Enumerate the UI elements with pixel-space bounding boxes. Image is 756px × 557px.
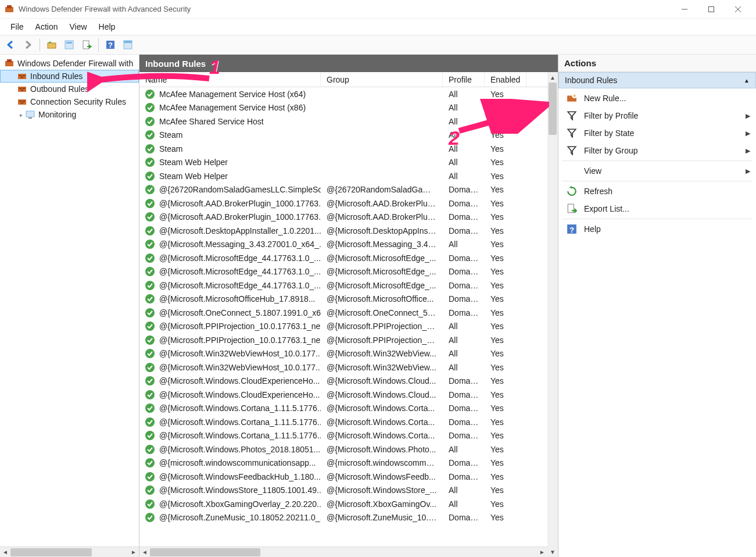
rule-name: @{Microsoft.AAD.BrokerPlugin_1000.17763.…: [159, 212, 321, 222]
close-button[interactable]: [725, 1, 751, 17]
rule-row[interactable]: @{Microsoft.DesktopAppInstaller_1.0.2201…: [139, 224, 547, 238]
rule-row[interactable]: @{Microsoft.Win32WebViewHost_10.0.177...…: [139, 347, 547, 361]
rule-row[interactable]: @{Microsoft.AAD.BrokerPlugin_1000.17763.…: [139, 197, 547, 210]
action-filter-by-profile[interactable]: Filter by Profile▶: [558, 107, 756, 124]
rule-row[interactable]: @{Microsoft.Windows.Photos_2018.18051...…: [139, 442, 547, 456]
rule-profile: Domai...: [443, 226, 485, 235]
action-help[interactable]: ?Help: [558, 220, 756, 238]
minimize-button[interactable]: [671, 1, 698, 17]
action-filter-by-state[interactable]: Filter by State▶: [558, 124, 756, 142]
scroll-up-icon[interactable]: ▲: [547, 72, 558, 83]
scroll-right-icon[interactable]: ►: [128, 547, 139, 558]
filter-icon: [567, 145, 577, 156]
rule-enabled: Yes: [485, 445, 526, 454]
toolbar-up-button[interactable]: [44, 37, 60, 53]
enabled-check-icon: [145, 431, 155, 440]
rule-row[interactable]: @{Microsoft.OneConnect_5.1807.1991.0_x6.…: [139, 306, 547, 320]
action-refresh[interactable]: Refresh: [558, 183, 756, 200]
menu-action[interactable]: Action: [30, 20, 64, 34]
rule-row[interactable]: @{Microsoft.PPIProjection_10.0.17763.1_n…: [139, 333, 547, 347]
scroll-thumb[interactable]: [549, 83, 557, 135]
rule-row[interactable]: Steam Web HelperAllYes: [139, 169, 547, 183]
rule-row[interactable]: @{Microsoft.MicrosoftEdge_44.17763.1.0_.…: [139, 278, 547, 292]
toolbar-forward-button[interactable]: [20, 37, 36, 53]
action-filter-by-group[interactable]: Filter by Group▶: [558, 142, 756, 159]
menu-file[interactable]: File: [5, 20, 30, 34]
rule-row[interactable]: @{Microsoft.Windows.Cortana_1.11.5.1776.…: [139, 402, 547, 416]
enabled-check-icon: [145, 513, 155, 522]
scroll-thumb[interactable]: [10, 548, 92, 556]
rule-row[interactable]: @{Microsoft.MicrosoftEdge_44.17763.1.0_.…: [139, 265, 547, 279]
action-label: Export List...: [584, 204, 629, 213]
rule-row[interactable]: SteamAllYes: [139, 128, 547, 142]
toolbar-showhide-button[interactable]: [120, 37, 136, 53]
rule-name: McAfee Management Service Host (x86): [159, 103, 306, 112]
rule-name: @{Microsoft.WindowsFeedbackHub_1.180...: [159, 472, 321, 481]
actions-section-header[interactable]: Inbound Rules ▲: [558, 72, 756, 88]
rule-row[interactable]: McAfee Management Service Host (x64)AllY…: [139, 87, 547, 101]
rule-group: @{Microsoft.DesktopAppInst...: [321, 226, 443, 235]
rule-row[interactable]: @{Microsoft.AAD.BrokerPlugin_1000.17763.…: [139, 210, 547, 224]
scroll-right-icon[interactable]: ►: [537, 547, 547, 558]
rule-row[interactable]: SteamAllYes: [139, 142, 547, 156]
rule-group: @{26720RandomSaladGame...: [321, 185, 443, 194]
rule-profile: All: [443, 335, 485, 345]
rule-row[interactable]: McAfee Management Service Host (x86)AllY…: [139, 101, 547, 115]
column-header-name[interactable]: Name: [139, 72, 321, 87]
expander-icon[interactable]: ▸: [17, 112, 24, 118]
rule-row[interactable]: @{Microsoft.Windows.CloudExperienceHo...…: [139, 388, 547, 402]
rule-name: @{microsoft.windowscommunicationsapp...: [159, 458, 316, 467]
rule-row[interactable]: @{Microsoft.Windows.Cortana_1.11.5.1776.…: [139, 429, 547, 443]
menu-view[interactable]: View: [63, 20, 92, 34]
rules-vertical-scrollbar[interactable]: ▲ ▼: [547, 72, 558, 557]
rule-row[interactable]: @{microsoft.windowscommunicationsapp...@…: [139, 456, 547, 470]
toolbar-help-button[interactable]: ?: [102, 37, 119, 53]
toolbar-export-button[interactable]: [78, 37, 95, 53]
rule-row[interactable]: @{Microsoft.MicrosoftEdge_44.17763.1.0_.…: [139, 251, 547, 265]
tree-item-connection-security-rules[interactable]: Connection Security Rules: [0, 95, 139, 108]
enabled-check-icon: [145, 253, 155, 263]
tree-item-monitoring[interactable]: ▸Monitoring: [0, 108, 139, 121]
rule-row[interactable]: @{Microsoft.Windows.CloudExperienceHo...…: [139, 374, 547, 388]
rule-row[interactable]: @{Microsoft.XboxGamingOverlay_2.20.220..…: [139, 497, 547, 511]
action-view[interactable]: View▶: [558, 162, 756, 180]
rule-profile: Domai...: [443, 390, 485, 399]
rule-row[interactable]: McAfee Shared Service HostAllYes: [139, 115, 547, 128]
rules-horizontal-scrollbar[interactable]: ◄ ►: [139, 547, 547, 557]
scroll-down-icon[interactable]: ▼: [547, 547, 558, 557]
column-header-profile[interactable]: Profile: [443, 72, 485, 87]
tree-item-outbound-rules[interactable]: Outbound Rules: [0, 83, 139, 95]
maximize-button[interactable]: [698, 1, 725, 17]
scroll-thumb[interactable]: [150, 548, 260, 556]
rule-row[interactable]: @{Microsoft.PPIProjection_10.0.17763.1_n…: [139, 320, 547, 334]
rule-row[interactable]: @{Microsoft.WindowsStore_11805.1001.49..…: [139, 484, 547, 498]
column-header-group[interactable]: Group: [321, 72, 443, 87]
action-export-list[interactable]: Export List...: [558, 200, 756, 217]
rule-name: Steam: [159, 144, 182, 153]
rule-row[interactable]: @{Microsoft.ZuneMusic_10.18052.20211.0_.…: [139, 511, 547, 525]
toolbar-back-button[interactable]: [2, 37, 19, 53]
rule-row[interactable]: @{Microsoft.WindowsFeedbackHub_1.180...@…: [139, 470, 547, 484]
rule-row[interactable]: @{Microsoft.Messaging_3.43.27001.0_x64_.…: [139, 238, 547, 252]
rule-row[interactable]: @{Microsoft.Win32WebViewHost_10.0.177...…: [139, 360, 547, 374]
rule-row[interactable]: Steam Web HelperAllYes: [139, 156, 547, 170]
action-new-rule[interactable]: ✶New Rule...: [558, 90, 756, 107]
rule-enabled: Yes: [485, 322, 526, 331]
firewall-icon: [5, 59, 14, 68]
scroll-left-icon[interactable]: ◄: [0, 547, 10, 558]
toolbar-separator: [40, 38, 40, 51]
tree-root[interactable]: Windows Defender Firewall with: [0, 57, 139, 70]
menu-help[interactable]: Help: [93, 20, 121, 34]
scroll-left-icon[interactable]: ◄: [139, 547, 150, 558]
rule-row[interactable]: @{Microsoft.MicrosoftOfficeHub_17.8918..…: [139, 292, 547, 306]
enabled-check-icon: [145, 335, 155, 345]
rule-row[interactable]: @{Microsoft.Windows.Cortana_1.11.5.1776.…: [139, 415, 547, 429]
rule-row[interactable]: @{26720RandomSaladGamesLLC.SimpleSo...@{…: [139, 183, 547, 197]
rule-enabled: Yes: [485, 172, 526, 181]
rule-enabled: Yes: [485, 472, 526, 481]
rule-group: @{Microsoft.MicrosoftEdge_...: [321, 281, 443, 290]
toolbar-properties-button[interactable]: [61, 37, 77, 53]
column-header-enabled[interactable]: Enabled: [485, 72, 526, 87]
tree-horizontal-scrollbar[interactable]: ◄ ►: [0, 547, 139, 557]
tree-item-inbound-rules[interactable]: Inbound Rules: [0, 70, 139, 83]
